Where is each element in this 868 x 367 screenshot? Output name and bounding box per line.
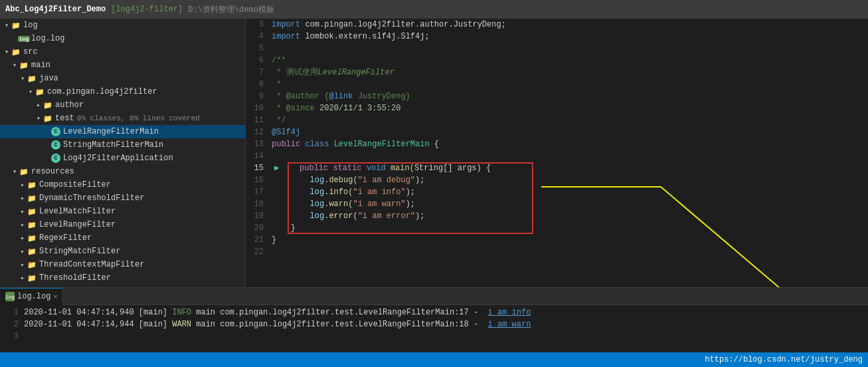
folder-icon: [35, 86, 45, 97]
tree-item-java[interactable]: java: [0, 72, 245, 85]
log-thread: [main]: [139, 306, 172, 318]
arrow-icon: [3, 48, 11, 56]
log-line-num: 1: [5, 306, 19, 318]
code-editor: 3 4 5 6 7 8 9 10 11 12 13 14 15 16 17 18…: [246, 19, 868, 287]
code-line-16: log.debug("i am debug");: [272, 174, 868, 186]
class-icon: C: [50, 140, 61, 150]
log-tab-icon: log: [5, 292, 15, 301]
tree-label: CompositeFilter: [39, 180, 111, 189]
code-content[interactable]: 3 4 5 6 7 8 9 10 11 12 13 14 15 16 17 18…: [246, 19, 868, 287]
folder-icon: [43, 113, 53, 124]
code-line-22: [272, 246, 868, 258]
line-num-20: 20: [251, 222, 264, 234]
tree-label: DynamicThresholdFilter: [39, 193, 144, 203]
code-line-3: import com.pingan.log4j2filter.author.Ju…: [272, 19, 868, 31]
code-line-17: log.info("i am info");: [272, 186, 868, 198]
class-icon: C: [50, 153, 61, 164]
folder-icon: [27, 219, 37, 230]
arrow-icon: [19, 274, 27, 282]
folder-icon: [27, 206, 37, 217]
tree-label: log: [23, 21, 38, 30]
arrow-icon: [19, 221, 27, 229]
line-num-18: 18: [251, 198, 264, 210]
line-num-15: 15: [251, 162, 264, 174]
class-icon: C: [50, 126, 61, 137]
code-line-10: * @since 2020/11/1 3:55:20: [272, 102, 868, 114]
tree-item-loglog[interactable]: log log.log: [0, 32, 245, 45]
folder-icon: [27, 193, 37, 203]
tree-label: src: [23, 47, 38, 57]
log-line-1: 1 2020-11-01 04:47:14,940 [main] INFO ma…: [0, 306, 868, 318]
tab-close-icon[interactable]: ✕: [53, 293, 57, 301]
line-num-10: 10: [251, 102, 264, 114]
log-line-num: 3: [5, 330, 19, 342]
tree-item-test[interactable]: test 0% classes, 0% lines covered: [0, 112, 245, 125]
arrow-icon: [3, 21, 11, 29]
line-num-14: 14: [251, 150, 264, 162]
tree-item-com[interactable]: com.pingan.log4j2filter: [0, 85, 245, 98]
line-num-5: 5: [251, 43, 264, 55]
arrow-icon: [35, 114, 43, 122]
line-numbers: 3 4 5 6 7 8 9 10 11 12 13 14 15 16 17 18…: [246, 19, 269, 287]
log-message: i am info: [488, 306, 531, 318]
tree-item-threadcontext[interactable]: ThreadContextMapFilter: [0, 258, 245, 271]
arrow-icon: [19, 74, 27, 82]
code-line-15: ▶ public static void main(String[] args)…: [272, 162, 868, 174]
folder-icon: [11, 47, 21, 57]
tree-label: Log4j2FilterApplication: [63, 154, 173, 163]
code-lines: import com.pingan.log4j2filter.author.Ju…: [269, 19, 868, 287]
log-line-3: 3: [0, 330, 868, 342]
tree-item-regex[interactable]: RegexFilter: [0, 231, 245, 245]
log-tab[interactable]: log log.log ✕: [0, 288, 63, 305]
tree-item-string-match-main[interactable]: C StringMatchFilterMain: [0, 138, 245, 152]
folder-icon: [11, 20, 21, 31]
tree-item-threshold[interactable]: ThresholdFilter: [0, 271, 245, 285]
log-line-2: 2 2020-11-01 04:47:14,944 [main] WARN ma…: [0, 318, 868, 330]
tree-item-src[interactable]: src: [0, 45, 245, 59]
log-level: WARN: [172, 318, 196, 330]
tree-label: ThreadContextMapFilter: [39, 260, 144, 269]
panel-tabs: log log.log ✕: [0, 288, 868, 305]
tree-item-author[interactable]: author: [0, 98, 245, 112]
top-bar: Abc_Log4j2Filter_Demo [log4j2-filter] D:…: [0, 0, 868, 19]
folder-icon: [43, 100, 53, 110]
arrow-icon: [11, 61, 19, 69]
coverage-badge: 0% classes, 0% lines covered: [77, 114, 200, 122]
project-path: D:\资料整理\demo模板: [188, 4, 274, 15]
code-line-20: }: [272, 222, 868, 234]
code-line-8: *: [272, 78, 868, 90]
tree-label: com.pingan.log4j2filter: [47, 87, 157, 96]
project-title: Abc_Log4j2Filter_Demo: [5, 5, 106, 14]
folder-icon: [27, 180, 37, 190]
tree-item-levelmatch[interactable]: LevelMatchFilter: [0, 205, 245, 218]
line-num-3: 3: [251, 19, 264, 31]
tree-label: StringMatchFilterMain: [63, 140, 163, 150]
tree-item-levelrange[interactable]: LevelRangeFilter: [0, 218, 245, 231]
line-num-11: 11: [251, 114, 264, 126]
line-num-7: 7: [251, 66, 264, 78]
code-line-7: * 测试使用LevelRangeFilter: [272, 66, 868, 78]
tree-item-dynamic[interactable]: DynamicThresholdFilter: [0, 191, 245, 205]
tree-item-level-range-main[interactable]: C LevelRangeFilterMain: [0, 125, 245, 138]
tree-item-log[interactable]: log: [0, 19, 245, 32]
tree-item-resources[interactable]: resources: [0, 165, 245, 178]
code-line-14: [272, 150, 868, 162]
log-class: main com.pingan.log4j2filter.test.LevelR…: [196, 306, 487, 318]
line-num-22: 22: [251, 246, 264, 258]
tree-label: test: [55, 114, 74, 123]
log-message: i am warn: [488, 318, 531, 330]
line-num-17: 17: [251, 186, 264, 198]
filter-label: [log4j2-filter]: [111, 5, 183, 14]
log-thread: [main]: [139, 318, 172, 330]
tree-item-composite[interactable]: CompositeFilter: [0, 178, 245, 191]
tree-item-main[interactable]: main: [0, 59, 245, 72]
arrow-icon: [19, 207, 27, 215]
log-tab-label: log.log: [17, 292, 50, 301]
tree-item-log4j2-app[interactable]: C Log4j2FilterApplication: [0, 152, 245, 165]
folder-icon: [19, 60, 29, 70]
arrow-icon: [19, 181, 27, 189]
line-num-13: 13: [251, 138, 264, 150]
arrow-icon: [19, 261, 27, 269]
tree-label: resources: [31, 167, 74, 176]
tree-item-stringmatch[interactable]: StringMatchFilter: [0, 245, 245, 258]
